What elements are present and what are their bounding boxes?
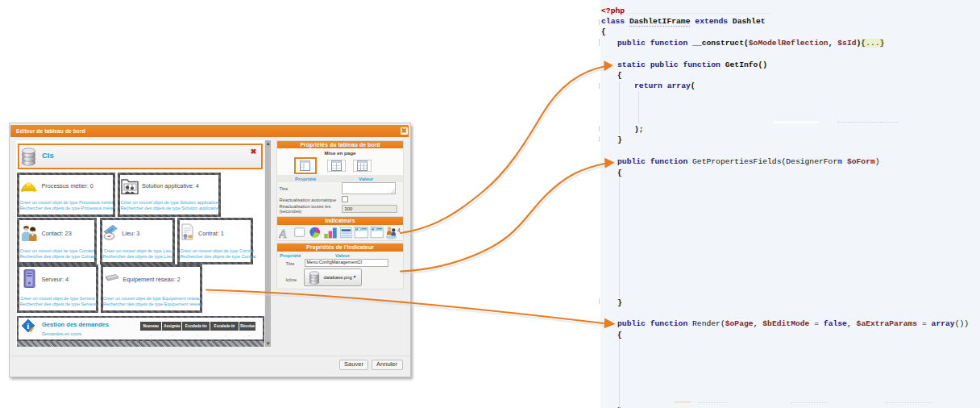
svg-text:4: 4 (397, 227, 401, 233)
svg-text:i: i (27, 321, 29, 331)
svg-text:A: A (279, 227, 287, 239)
